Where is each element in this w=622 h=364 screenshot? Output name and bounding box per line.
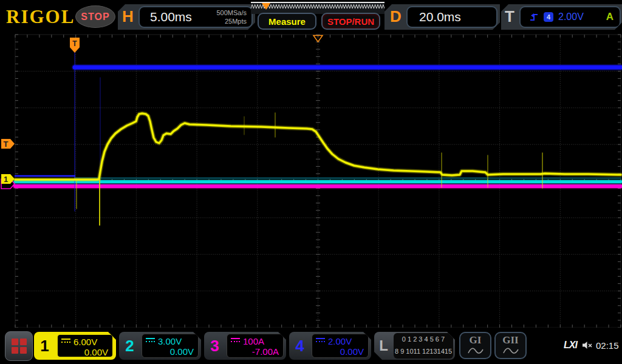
memory-position-bar (251, 2, 384, 14)
trigger-label: T (505, 7, 514, 26)
channel-4-widget[interactable]: 4 2.00V 0.00V (289, 332, 371, 360)
svg-text:T: T (4, 140, 9, 149)
delay-panel[interactable]: D 20.0ms (384, 4, 500, 30)
lxi-indicator: LXI (564, 340, 577, 351)
menu-grid-icon (12, 339, 27, 354)
sample-rate: 500MSa/s (216, 8, 247, 17)
clock: 02:15 (596, 340, 619, 351)
channel-3-offset: -7.00A (231, 346, 279, 357)
horizontal-label: H (122, 7, 134, 26)
channel-3-scale: 100A (243, 336, 264, 346)
generator-2-button[interactable]: GII (494, 332, 527, 359)
memory-depth: 25Mpts (216, 17, 247, 25)
logic-channels-widget[interactable]: L 0 1 2 3 4 5 6 7 8 9 1011 12131415 (374, 332, 455, 360)
rigol-logo: RIGOL (6, 6, 75, 28)
sine-wave-icon (503, 347, 519, 355)
generator-2-label: GII (502, 334, 518, 346)
channel-1-widget[interactable]: 1 6.00V 0.00V (34, 332, 116, 360)
channel-1-number: 1 (34, 332, 55, 360)
generator-1-label: GI (470, 334, 482, 346)
dc-coupling-icon (316, 338, 325, 345)
logic-row-0-7: 0 1 2 3 4 5 6 7 (394, 333, 453, 345)
measure-button[interactable]: Measure (258, 13, 316, 30)
channel-3-widget[interactable]: 3 100A -7.00A (204, 332, 286, 360)
channel-4-number: 4 (289, 332, 310, 360)
logic-label: L (374, 332, 393, 360)
channel-2-widget[interactable]: 2 3.00V 0.00V (119, 332, 201, 360)
channel-3-number: 3 (204, 332, 225, 360)
channel-2-offset: 0.00V (146, 346, 194, 357)
delay-value: 20.0ms (419, 10, 461, 24)
waveform-display: TT1 (0, 0, 622, 364)
timebase-value: 5.00ms (150, 10, 192, 24)
menu-button[interactable] (5, 331, 33, 361)
channel-2-number: 2 (119, 332, 140, 360)
edge-trigger-icon (529, 12, 539, 22)
channel-4-scale: 2.00V (328, 336, 352, 346)
oscilloscope-screen: TT1 RIGOL STOP H 5.00ms 500MSa/s 25Mpts … (0, 0, 622, 364)
generator-1-button[interactable]: GI (459, 332, 491, 359)
channel-4-offset: 0.00V (316, 346, 364, 357)
svg-text:T: T (72, 39, 77, 48)
channel-1-scale: 6.00V (73, 337, 97, 347)
horizontal-panel[interactable]: H 5.00ms 500MSa/s 25Mpts (118, 4, 255, 30)
stop-run-button[interactable]: STOP/RUN (321, 13, 380, 30)
dc-coupling-icon (231, 338, 240, 345)
channel-2-scale: 3.00V (158, 336, 182, 346)
dc-coupling-icon (146, 338, 155, 345)
channel-1-offset: 0.00V (61, 347, 108, 358)
trigger-level-value: 2.00V (558, 12, 584, 22)
dc-coupling-icon (61, 339, 70, 345)
delay-label: D (390, 7, 402, 26)
trigger-source-badge: 4 (544, 12, 553, 22)
memory-trigger-marker (262, 3, 270, 10)
sine-wave-icon (468, 347, 484, 355)
run-state-badge: STOP (75, 5, 115, 28)
logic-row-8-15: 8 9 1011 12131415 (394, 345, 453, 357)
memory-waveform-icon (251, 3, 384, 13)
bottom-bar: 1 6.00V 0.00V 2 3.00V 0.00V 3 100A -7.00… (0, 328, 622, 364)
speaker-muted-icon (581, 340, 593, 350)
trigger-panel[interactable]: T 4 2.00V A (501, 4, 622, 30)
ch1-trace (15, 113, 621, 180)
svg-text:1: 1 (4, 175, 8, 184)
trigger-mode: A (606, 11, 613, 23)
